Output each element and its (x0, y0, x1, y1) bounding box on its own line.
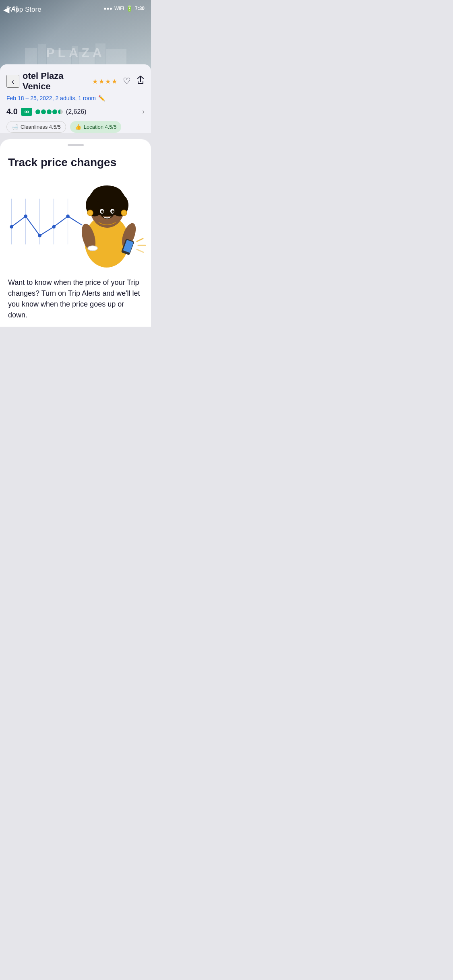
ta-circle-1 (35, 109, 40, 114)
badges-row: 🛁 Cleanliness 4.5/5 👍 Location 4.5/5 (6, 121, 145, 133)
svg-point-31 (88, 246, 97, 251)
svg-point-28 (112, 210, 114, 213)
cleanliness-badge: 🛁 Cleanliness 4.5/5 (6, 121, 66, 133)
hotel-background-image: 9:41 ●●● WiFi 🔋 7:30 ◀ App Store (0, 0, 151, 72)
ta-circle-3 (47, 109, 52, 114)
sheet-handle (68, 144, 84, 146)
svg-point-30 (121, 210, 127, 216)
app-store-label: App Store (11, 6, 41, 14)
cleanliness-icon: 🛁 (12, 124, 18, 130)
app-store-back-button[interactable]: ◀ App Store (3, 6, 41, 14)
location-badge: 👍 Location 4.5/5 (70, 121, 122, 133)
sheet-title: Track price changes (8, 156, 143, 169)
review-score: 4.0 (6, 107, 18, 116)
star-1-icon: ★ (92, 78, 98, 85)
tripadvisor-logo: oo (21, 108, 32, 116)
tripadvisor-rating (35, 109, 63, 114)
star-2-icon: ★ (99, 78, 104, 85)
location-icon: 👍 (75, 124, 81, 130)
svg-point-6 (10, 225, 13, 229)
svg-line-18 (137, 249, 143, 252)
svg-point-8 (38, 234, 41, 237)
star-4-icon: ★ (112, 78, 117, 85)
bottom-sheet: Track price changes (0, 139, 151, 327)
review-count: (2,626) (66, 108, 87, 115)
star-rating: ★ ★ ★ ★ (92, 78, 117, 85)
ta-circle-2 (41, 109, 46, 114)
svg-point-27 (101, 210, 103, 213)
share-icon[interactable] (137, 76, 145, 87)
character-illustration (66, 179, 147, 268)
pencil-icon[interactable]: ✏️ (98, 95, 105, 101)
back-chevron-icon: ◀ (3, 6, 9, 14)
description-text: Want to know when the price of your Trip… (8, 277, 143, 321)
review-row: 4.0 oo (2,626) › (6, 107, 145, 116)
ta-circle-4 (52, 109, 57, 114)
trip-dates: Feb 18 – 25, 2022, 2 adults, 1 room ✏️ (6, 95, 145, 101)
hotel-card: ‹ otel Plaza Venice ★ ★ ★ ★ ♡ Feb 18 – 2… (0, 64, 151, 133)
illustration-container (8, 179, 143, 268)
svg-point-29 (87, 210, 93, 216)
svg-line-16 (137, 239, 143, 241)
status-icons: ●●● WiFi 🔋 7:30 (103, 5, 145, 12)
hotel-back-button[interactable]: ‹ (6, 75, 19, 88)
hotel-name: otel Plaza Venice (23, 71, 89, 92)
svg-point-9 (52, 225, 56, 229)
svg-point-7 (24, 214, 27, 218)
review-chevron-icon[interactable]: › (142, 107, 145, 116)
svg-point-24 (92, 185, 122, 203)
ta-circle-5 (58, 109, 63, 114)
heart-icon[interactable]: ♡ (123, 76, 131, 86)
star-3-icon: ★ (105, 78, 111, 85)
